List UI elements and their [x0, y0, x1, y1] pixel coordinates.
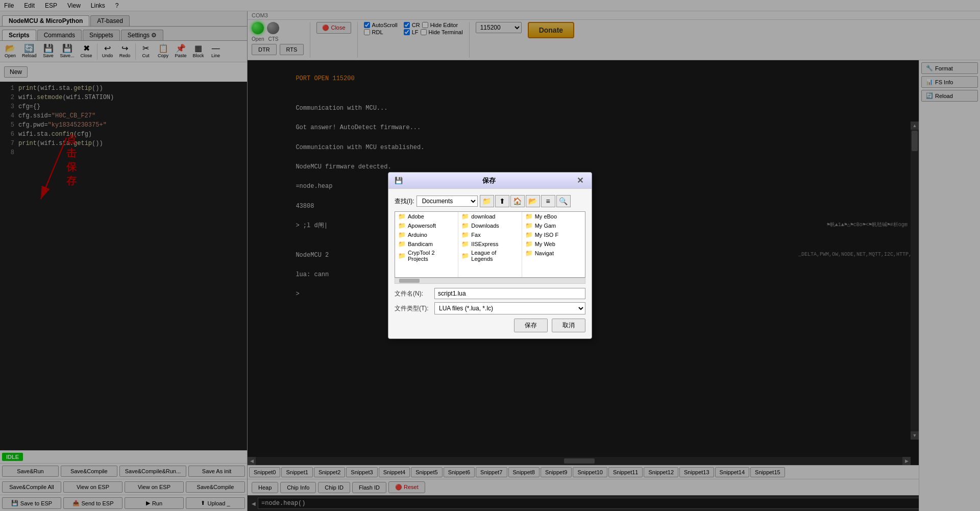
- filetype-row: 文件类型(T): LUA files (*.lua, *.lc): [395, 302, 585, 314]
- folder-icon: 📁: [398, 231, 406, 238]
- filetype-select[interactable]: LUA files (*.lua, *.lc): [434, 302, 585, 314]
- dialog-body: 查找(I): Documents Desktop 📁 ⬆ 🏠 📂 ≡ 🔍: [388, 189, 592, 338]
- folder-icon: 📁: [398, 222, 406, 229]
- file-item-bandicam[interactable]: 📁Bandicam: [395, 239, 458, 249]
- folder-icon: 📁: [525, 250, 533, 257]
- folder-icon: 📁: [398, 240, 406, 248]
- folder-select[interactable]: Documents Desktop: [416, 196, 478, 207]
- filename-row: 文件名(N):: [395, 288, 585, 299]
- file-item-downloads[interactable]: 📁Downloads: [458, 221, 521, 230]
- folder-icon: 📁: [461, 213, 469, 220]
- folder-icon: 📁: [525, 222, 533, 229]
- dialog-cancel-btn[interactable]: 取消: [552, 319, 585, 332]
- file-item-download[interactable]: 📁download: [458, 212, 521, 221]
- view-label: 查找(I):: [395, 197, 414, 206]
- folder-nav: 查找(I): Documents Desktop 📁 ⬆ 🏠 📂 ≡ 🔍: [395, 195, 585, 207]
- dialog-title: 💾 保存 ✕: [388, 173, 592, 189]
- btn-nav-folder[interactable]: 📁: [480, 195, 494, 207]
- folder-nav-btns: 📁 ⬆ 🏠 📂 ≡ 🔍: [480, 195, 571, 207]
- folder-icon: 📁: [398, 213, 406, 220]
- filename-label: 文件名(N):: [395, 289, 430, 298]
- file-item-lol[interactable]: 📁League of Legends: [458, 249, 521, 263]
- folder-icon: 📁: [525, 213, 533, 220]
- file-list-hscroll: [395, 278, 585, 284]
- filename-input[interactable]: [434, 288, 585, 299]
- file-list-scroll-thumb[interactable]: [399, 279, 420, 283]
- btn-nav-details[interactable]: 🔍: [556, 195, 571, 207]
- file-item-arduino[interactable]: 📁Arduino: [395, 230, 458, 239]
- btn-nav-home[interactable]: 🏠: [510, 195, 525, 207]
- file-item-iisexpress[interactable]: 📁IISExpress: [458, 239, 521, 249]
- folder-icon: 📁: [461, 252, 469, 259]
- file-item-cryptool[interactable]: 📁CrypTool 2 Projects: [395, 249, 458, 263]
- folder-icon: 📁: [461, 240, 469, 248]
- file-col-1: 📁Adobe 📁Apowersoft 📁Arduino 📁Bandicam 📁C…: [395, 212, 458, 277]
- file-item-apowersoft[interactable]: 📁Apowersoft: [395, 221, 458, 230]
- folder-icon: 📁: [461, 222, 469, 229]
- file-item-mygam[interactable]: 📁My Gam: [522, 221, 585, 230]
- dialog-title-icon: 💾: [395, 177, 403, 184]
- dialog-save-btn[interactable]: 保存: [514, 319, 548, 332]
- file-col-3: 📁My eBoo 📁My Gam 📁My ISO F 📁My Web 📁Navi…: [522, 212, 585, 277]
- dialog-close-btn[interactable]: ✕: [575, 176, 585, 185]
- btn-nav-list[interactable]: ≡: [541, 195, 555, 207]
- btn-nav-new[interactable]: 📂: [526, 195, 540, 207]
- folder-icon: 📁: [525, 240, 533, 248]
- btn-nav-up[interactable]: ⬆: [495, 195, 509, 207]
- file-item-fax[interactable]: 📁Fax: [458, 230, 521, 239]
- folder-icon: 📁: [398, 252, 406, 259]
- file-item-myweb[interactable]: 📁My Web: [522, 239, 585, 249]
- folder-dropdown: Documents Desktop: [416, 196, 478, 207]
- file-item-myiso[interactable]: 📁My ISO F: [522, 230, 585, 239]
- file-list: 📁Adobe 📁Apowersoft 📁Arduino 📁Bandicam 📁C…: [395, 211, 585, 278]
- folder-icon: 📁: [461, 231, 469, 238]
- file-item-myebook[interactable]: 📁My eBoo: [522, 212, 585, 221]
- file-col-2: 📁download 📁Downloads 📁Fax 📁IISExpress 📁L…: [458, 212, 522, 277]
- dialog-overlay: 💾 保存 ✕ 查找(I): Documents Desktop 📁 ⬆ 🏠 📂: [0, 0, 980, 511]
- file-item-navigat[interactable]: 📁Navigat: [522, 249, 585, 258]
- file-item-adobe[interactable]: 📁Adobe: [395, 212, 458, 221]
- save-dialog: 💾 保存 ✕ 查找(I): Documents Desktop 📁 ⬆ 🏠 📂: [388, 172, 592, 339]
- filetype-label: 文件类型(T):: [395, 304, 430, 313]
- folder-icon: 📁: [525, 231, 533, 238]
- dialog-title-text: 保存: [482, 176, 496, 185]
- dialog-buttons: 保存 取消: [395, 319, 585, 332]
